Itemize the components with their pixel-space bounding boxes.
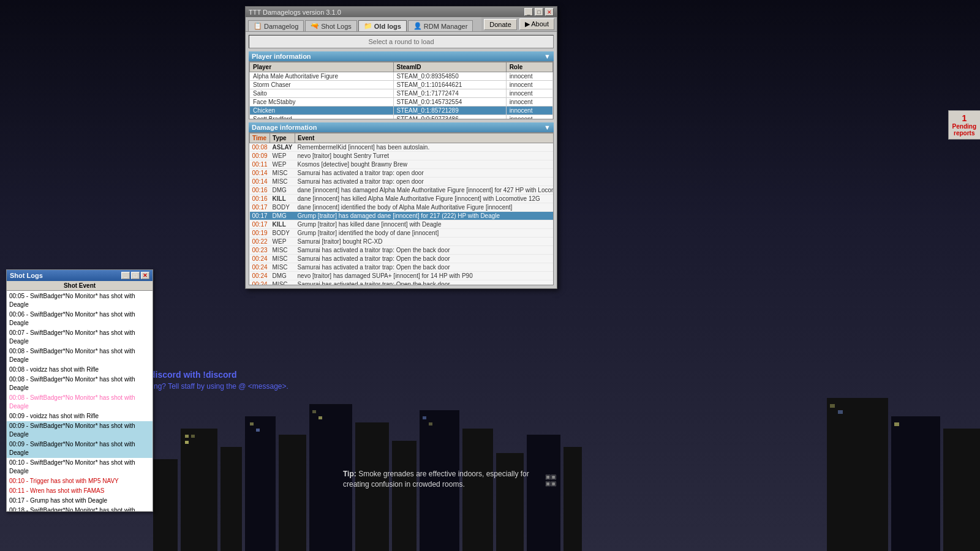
shot-logs-window: Shot Logs _ □ ✕ Shot Event 00:05 - Swift… xyxy=(6,269,153,512)
maximize-button[interactable]: □ xyxy=(535,8,543,16)
player-steamid: STEAM_0:1:101644621 xyxy=(393,81,506,89)
close-button[interactable]: ✕ xyxy=(545,8,554,16)
event-type: BODY xyxy=(270,203,295,212)
table-row[interactable]: 00:11 WEP Kosmos [detective] bought Braw… xyxy=(250,160,554,169)
event-type: DMG xyxy=(270,212,295,220)
col-steamid: SteamID xyxy=(393,62,506,72)
player-steamid: STEAM_0:0:50773486 xyxy=(393,115,506,120)
event-description: Grump [traitor] identified the body of d… xyxy=(295,229,554,238)
damage-info-collapse[interactable]: ▼ xyxy=(544,124,551,131)
event-time: 00:08 xyxy=(250,143,270,152)
svg-rect-13 xyxy=(185,435,189,438)
rdmmanager-tab-label: RDM Manager xyxy=(424,23,468,30)
event-description: Samurai has activated a traitor trap: op… xyxy=(295,178,554,186)
player-role: innocent xyxy=(506,115,552,120)
city-silhouette xyxy=(153,367,582,551)
table-row[interactable]: 00:24 DMG nevo [traitor] has damaged SUP… xyxy=(250,272,554,280)
table-row[interactable]: 00:24 MISC Samurai has activated a trait… xyxy=(250,255,554,263)
table-row[interactable]: 00:17 DMG Grump [traitor] has damaged da… xyxy=(250,212,554,220)
table-row[interactable]: 00:16 KILL dane [innocent] has killed Al… xyxy=(250,195,554,203)
player-steamid: STEAM_0:1:85721289 xyxy=(393,107,506,115)
table-row[interactable]: 00:09 WEP nevo [traitor] bought Sentry T… xyxy=(250,152,554,160)
event-time: 00:24 xyxy=(250,255,270,263)
event-time: 00:14 xyxy=(250,169,270,178)
oldlogs-tab-label: Old logs xyxy=(374,23,401,30)
player-info-collapse[interactable]: ▼ xyxy=(544,53,551,60)
svg-rect-18 xyxy=(312,410,316,413)
table-row[interactable]: 00:23 MISC Samurai has activated a trait… xyxy=(250,246,554,255)
svg-rect-24 xyxy=(943,429,980,551)
oldlogs-tab-icon: 📁 xyxy=(364,22,372,30)
damagelog-tab-icon: 📋 xyxy=(254,22,262,30)
table-row[interactable]: 00:08 ASLAY RemembermelKid [innocent] ha… xyxy=(250,143,554,152)
about-label: ▶ About xyxy=(525,20,549,28)
col-role: Role xyxy=(506,62,552,72)
event-time: 00:17 xyxy=(250,220,270,229)
svg-rect-10 xyxy=(496,453,524,551)
maximize-btn[interactable]: □ xyxy=(131,272,140,279)
donate-button[interactable]: Donate xyxy=(484,19,516,30)
event-time: 00:17 xyxy=(250,212,270,220)
table-row[interactable]: 00:14 MISC Samurai has activated a trait… xyxy=(250,169,554,178)
pending-reports-badge[interactable]: 1 Pendingreports xyxy=(948,110,980,140)
tab-rdmmanager[interactable]: 👤 RDM Manager xyxy=(408,20,473,31)
tab-shotlogs[interactable]: 🔫 Shot Logs xyxy=(305,20,357,31)
table-row[interactable]: Alpha Male Authoritative Figure STEAM_0:… xyxy=(250,72,553,81)
player-info-header: Player information ▼ xyxy=(249,51,554,61)
event-time: 00:16 xyxy=(250,195,270,203)
table-row[interactable]: Storm Chaser STEAM_0:1:101644621 innocen… xyxy=(250,81,553,89)
table-row[interactable]: 00:19 BODY Grump [traitor] identified th… xyxy=(250,229,554,238)
table-row[interactable]: Chicken STEAM_0:1:85721289 innocent xyxy=(250,107,553,115)
event-description: Samurai has activated a traitor trap: Op… xyxy=(295,255,554,263)
pending-count: 1 xyxy=(952,113,976,123)
list-item: 00:05 - SwiftBadger*No Monitor* has shot… xyxy=(7,291,153,310)
minimize-btn[interactable]: _ xyxy=(121,272,130,279)
col-type: Type xyxy=(270,133,295,143)
player-role: innocent xyxy=(506,72,552,81)
table-row[interactable]: Face McStabby STEAM_0:0:145732554 innoce… xyxy=(250,98,553,107)
event-type: MISC xyxy=(270,280,295,286)
event-table-container[interactable]: Time Type Event 00:08 ASLAY RemembermelK… xyxy=(249,132,554,285)
list-item: 00:06 - SwiftBadger*No Monitor* has shot… xyxy=(7,310,153,328)
player-info-section: Player information ▼ Player SteamID Role… xyxy=(249,51,554,119)
right-building xyxy=(796,367,980,551)
shot-logs-titlebar: Shot Logs _ □ ✕ xyxy=(7,270,153,281)
event-time: 00:24 xyxy=(250,280,270,286)
table-row[interactable]: 00:16 DMG dane [innocent] has damaged Al… xyxy=(250,186,554,195)
event-description: nevo [traitor] bought Sentry Turret xyxy=(295,152,554,160)
table-row[interactable]: 00:24 MISC Samurai has activated a trait… xyxy=(250,280,554,286)
tab-action-row: 📋 Damagelog 🔫 Shot Logs 📁 Old logs 👤 RDM… xyxy=(246,17,557,32)
svg-rect-20 xyxy=(423,416,426,419)
shot-logs-list[interactable]: 00:05 - SwiftBadger*No Monitor* has shot… xyxy=(7,291,153,511)
svg-rect-26 xyxy=(838,410,843,414)
round-select-bar[interactable]: Select a round to load xyxy=(249,35,554,48)
event-time: 00:09 xyxy=(250,152,270,160)
table-row[interactable]: 00:24 MISC Samurai has activated a trait… xyxy=(250,263,554,272)
table-row[interactable]: 00:14 MISC Samurai has activated a trait… xyxy=(250,178,554,186)
table-row[interactable]: 00:17 BODY dane [innocent] identified th… xyxy=(250,203,554,212)
list-item: 00:10 - SwiftBadger*No Monitor* has shot… xyxy=(7,458,153,476)
list-item: 00:17 - Grump has shot with Deagle xyxy=(7,496,153,506)
table-row[interactable]: 00:17 KILL Grump [traitor] has killed da… xyxy=(250,220,554,229)
table-row[interactable]: 00:22 WEP Samurai [traitor] bought RC-XD xyxy=(250,238,554,246)
tab-damagelog[interactable]: 📋 Damagelog xyxy=(248,20,304,31)
about-button[interactable]: ▶ About xyxy=(519,18,554,30)
shotlogs-tab-icon: 🔫 xyxy=(311,22,319,30)
event-description: Samurai has activated a traitor trap: Op… xyxy=(295,246,554,255)
tab-oldlogs[interactable]: 📁 Old logs xyxy=(358,20,407,31)
event-type: KILL xyxy=(270,195,295,203)
player-steamid: STEAM_0:0:89354850 xyxy=(393,72,506,81)
svg-rect-0 xyxy=(153,459,178,551)
svg-rect-15 xyxy=(185,441,189,444)
event-time: 00:16 xyxy=(250,186,270,195)
event-description: dane [innocent] has killed Alpha Male Au… xyxy=(295,195,554,203)
table-row[interactable]: Scott Bradford STEAM_0:0:50773486 innoce… xyxy=(250,115,553,120)
damage-info-section: Damage information ▼ Time Type Event 00:… xyxy=(249,122,554,285)
minimize-button[interactable]: _ xyxy=(524,8,533,16)
table-row[interactable]: Saito STEAM_0:1:71772474 innocent xyxy=(250,89,553,98)
close-btn[interactable]: ✕ xyxy=(141,272,149,279)
shotlogs-tab-label: Shot Logs xyxy=(321,23,352,30)
svg-rect-9 xyxy=(462,429,493,551)
player-table-container[interactable]: Player SteamID Role Alpha Male Authorita… xyxy=(249,61,554,119)
event-time: 00:17 xyxy=(250,203,270,212)
